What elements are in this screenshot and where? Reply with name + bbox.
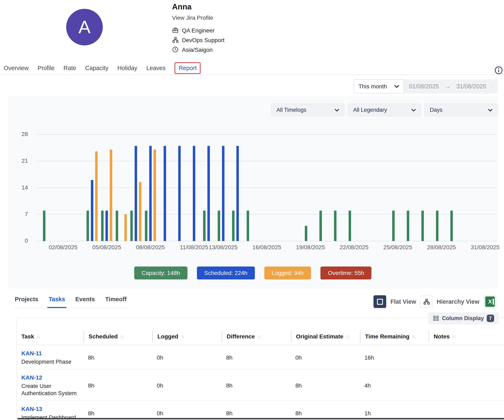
table-body: KAN-11Development Phase8h0h8h0h16hKAN-12… bbox=[17, 345, 504, 420]
capacity-bar bbox=[130, 211, 133, 241]
gridline bbox=[37, 188, 497, 188]
capacity-bar bbox=[421, 211, 424, 241]
nav-item-overview[interactable]: Overview bbox=[4, 65, 29, 71]
column-header-label: Original Estimate bbox=[296, 333, 343, 340]
report-chart-card: All TimelogsAll LegendaryDays 0714212802… bbox=[8, 96, 498, 289]
sort-icon[interactable]: ↑↓ bbox=[36, 334, 40, 339]
legend-scheduled-button[interactable]: Scheduled: 224h bbox=[197, 266, 255, 279]
scheduled-bar bbox=[193, 146, 195, 241]
column-header-difference[interactable]: Difference↑↓ bbox=[222, 331, 291, 342]
nav-item-profile[interactable]: Profile bbox=[38, 65, 54, 71]
task-cell: KAN-11Development Phase bbox=[17, 350, 84, 365]
capacity-bar bbox=[43, 211, 45, 241]
chart-legend: Capacity: 148hScheduled: 224hLogged: 94h… bbox=[8, 266, 498, 279]
gridline bbox=[37, 161, 497, 161]
tab-tasks[interactable]: Tasks bbox=[48, 295, 65, 308]
logged-value: 0h bbox=[152, 410, 222, 417]
sort-icon[interactable]: ↑↓ bbox=[181, 334, 184, 339]
chart-controls: All TimelogsAll LegendaryDays bbox=[271, 104, 498, 116]
nav-item-capacity[interactable]: Capacity bbox=[85, 65, 108, 71]
sort-icon[interactable]: ↑↓ bbox=[452, 334, 455, 339]
column-header-original-estimate[interactable]: Original Estimate↑↓ bbox=[291, 331, 360, 342]
table-row: KAN-11Development Phase8h0h8h0h16h bbox=[17, 345, 504, 369]
chart-filter-select-0[interactable]: All Timelogs bbox=[271, 104, 344, 116]
chart-filter-select-2[interactable]: Days bbox=[425, 104, 498, 116]
excel-export-button[interactable]: X bbox=[483, 295, 497, 308]
scheduled-value: 8h bbox=[84, 382, 152, 389]
nav-divider bbox=[0, 75, 504, 75]
task-key-link[interactable]: KAN-11 bbox=[21, 350, 84, 357]
capacity-bar bbox=[436, 211, 438, 241]
page: A Anna View Jira Profile QA EngineerDevO… bbox=[0, 0, 504, 420]
horizontal-scrollbar[interactable] bbox=[18, 418, 504, 419]
legend-logged-button[interactable]: Logged: 94h bbox=[264, 266, 311, 279]
nav-item-leaves[interactable]: Leaves bbox=[146, 65, 166, 71]
legend-overtime-button[interactable]: Overtime: 55h bbox=[320, 266, 372, 279]
task-title: Create User Authentication System bbox=[21, 383, 84, 397]
logged-bar bbox=[139, 182, 141, 241]
chart-filter-value: All Legendary bbox=[353, 107, 387, 113]
column-header-scheduled[interactable]: Scheduled↑↓ bbox=[84, 331, 152, 342]
nav-tabs: OverviewProfileRateCapacityHolidayLeaves… bbox=[4, 62, 201, 74]
tab-events[interactable]: Events bbox=[75, 295, 95, 308]
date-preset-select[interactable]: This month bbox=[354, 79, 404, 94]
capacity-bar bbox=[305, 226, 307, 241]
column-header-logged[interactable]: Logged↑↓ bbox=[152, 331, 222, 342]
sort-icon[interactable]: ↑↓ bbox=[346, 334, 349, 339]
task-key-link[interactable]: KAN-12 bbox=[21, 374, 84, 381]
view-jira-profile-link[interactable]: View Jira Profile bbox=[172, 15, 224, 21]
tasks-table-card: Column Display 7 Task↑↓Scheduled↑↓Logged… bbox=[17, 318, 504, 419]
nav-item-rate[interactable]: Rate bbox=[64, 65, 76, 71]
capacity-bar bbox=[101, 211, 104, 241]
date-arrow: → bbox=[444, 83, 450, 90]
column-header-label: Time Remaining bbox=[365, 333, 409, 340]
scheduled-bar bbox=[135, 146, 137, 241]
tab-timeoff[interactable]: Timeoff bbox=[105, 295, 127, 308]
chart-filter-select-1[interactable]: All Legendary bbox=[348, 104, 421, 116]
chart-filter-value: Days bbox=[430, 107, 443, 113]
capacity-bar bbox=[450, 211, 453, 241]
sort-icon[interactable]: ↑↓ bbox=[257, 334, 260, 339]
logged-bar bbox=[95, 151, 98, 241]
nav-item-holiday[interactable]: Holiday bbox=[117, 65, 137, 71]
x-axis-label: 25/08/2025 bbox=[378, 244, 417, 251]
time-remaining-value: 16h bbox=[360, 355, 429, 361]
column-header-notes[interactable]: Notes↑↓ bbox=[429, 331, 504, 342]
profile-detail-row: Asia/Saigon bbox=[172, 46, 224, 54]
hierarchy-view-button[interactable] bbox=[420, 296, 433, 308]
scheduled-bar bbox=[178, 146, 181, 241]
info-icon[interactable] bbox=[494, 66, 503, 75]
capacity-bar bbox=[203, 211, 205, 241]
column-header-time-remaining[interactable]: Time Remaining↑↓ bbox=[360, 331, 429, 342]
legend-capacity-button[interactable]: Capacity: 148h bbox=[134, 266, 187, 279]
briefcase-icon bbox=[172, 27, 179, 34]
table-tabs: ProjectsTasksEventsTimeoff bbox=[14, 295, 129, 308]
scheduled-bar bbox=[164, 146, 166, 241]
column-header-label: Notes bbox=[434, 333, 450, 340]
task-title: Development Phase bbox=[21, 358, 84, 365]
column-count-badge: 7 bbox=[487, 315, 494, 322]
task-key-link[interactable]: KAN-13 bbox=[21, 406, 84, 412]
column-header-task[interactable]: Task↑↓ bbox=[17, 331, 84, 342]
chevron-down-icon bbox=[411, 107, 416, 113]
calendar-icon bbox=[492, 83, 493, 90]
x-axis-label: 13/08/2025 bbox=[204, 244, 243, 251]
x-axis-label: 05/08/2025 bbox=[87, 244, 126, 251]
profile-detail-row: DevOps Support bbox=[172, 36, 224, 44]
x-axis-label: 08/08/2025 bbox=[131, 244, 170, 251]
column-display-label: Column Display bbox=[442, 315, 484, 322]
nav-item-report[interactable]: Report bbox=[174, 62, 201, 74]
tab-projects[interactable]: Projects bbox=[14, 295, 39, 308]
capacity-bar bbox=[392, 211, 395, 241]
sort-icon[interactable]: ↑↓ bbox=[412, 334, 415, 339]
column-display-button[interactable]: Column Display 7 bbox=[428, 312, 499, 324]
date-range-field[interactable]: 01/08/2025 → 31/08/2025 bbox=[404, 79, 498, 94]
chart-filter-value: All Timelogs bbox=[276, 107, 306, 113]
scheduled-bar bbox=[149, 146, 152, 241]
scheduled-bar bbox=[91, 180, 93, 241]
flat-view-button[interactable] bbox=[373, 295, 386, 308]
capacity-bar bbox=[407, 211, 409, 241]
scheduled-bar bbox=[207, 146, 210, 241]
capacity-bar bbox=[334, 211, 336, 241]
sort-icon[interactable]: ↑↓ bbox=[120, 334, 123, 339]
